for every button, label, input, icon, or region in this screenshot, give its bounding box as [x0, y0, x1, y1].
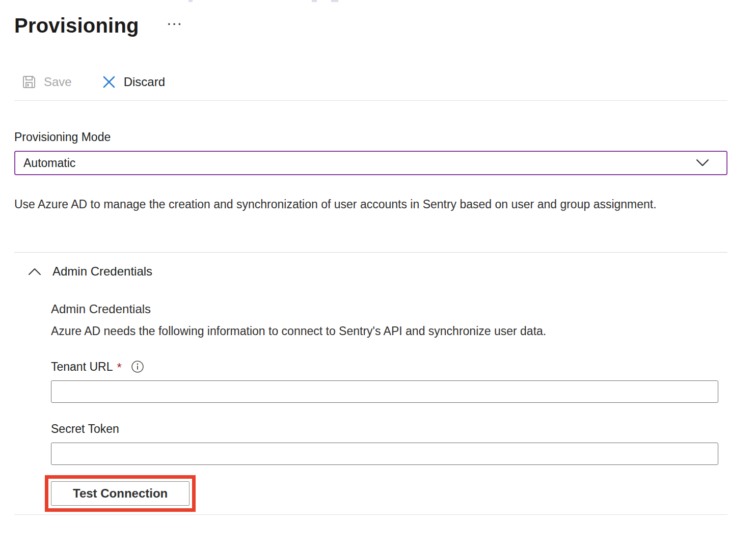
chevron-down-icon [696, 159, 709, 167]
save-button[interactable]: Save [21, 74, 72, 90]
clipped-text-remnant [312, 0, 317, 2]
x-cross-icon [101, 74, 117, 90]
provisioning-page: Provisioning ··· Save [0, 0, 756, 549]
tenant-url-label: Tenant URL [51, 360, 113, 374]
more-menu-button[interactable]: ··· [168, 18, 183, 31]
provisioning-mode-label: Provisioning Mode [14, 130, 727, 144]
discard-button[interactable]: Discard [101, 74, 165, 90]
tenant-url-label-row: Tenant URL * [51, 360, 727, 374]
section-divider [14, 252, 727, 253]
admin-credentials-heading: Admin Credentials [51, 302, 727, 316]
secret-token-label: Secret Token [51, 422, 119, 436]
command-bar: Save Discard [14, 71, 727, 93]
admin-credentials-section-title: Admin Credentials [52, 264, 152, 279]
floppy-disk-icon [21, 74, 37, 90]
provisioning-mode-selected-value: Automatic [23, 156, 75, 170]
discard-button-label: Discard [124, 75, 165, 89]
save-button-label: Save [44, 75, 72, 89]
admin-credentials-panel: Admin Credentials Azure AD needs the fol… [51, 302, 727, 512]
admin-credentials-description: Azure AD needs the following information… [51, 324, 727, 338]
chevron-up-icon [28, 267, 41, 276]
secret-token-input[interactable] [51, 443, 718, 465]
bottom-divider [14, 514, 727, 515]
ellipsis-icon: ··· [168, 18, 183, 31]
test-connection-button[interactable]: Test Connection [51, 481, 190, 506]
page-header: Provisioning ··· [14, 11, 727, 40]
clipped-text-remnant [331, 0, 338, 2]
info-circle-icon[interactable] [131, 360, 144, 373]
admin-credentials-section-toggle[interactable]: Admin Credentials [14, 264, 727, 279]
secret-token-label-row: Secret Token [51, 422, 727, 436]
tenant-url-input[interactable] [51, 380, 718, 403]
clipped-text-remnant [188, 0, 193, 2]
provisioning-mode-dropdown[interactable]: Automatic [14, 151, 727, 175]
page-title: Provisioning [14, 11, 139, 40]
toolbar-divider [14, 100, 727, 101]
required-asterisk: * [117, 361, 121, 375]
provisioning-mode-description: Use Azure AD to manage the creation and … [14, 194, 671, 215]
highlight-annotation: Test Connection [45, 475, 196, 512]
